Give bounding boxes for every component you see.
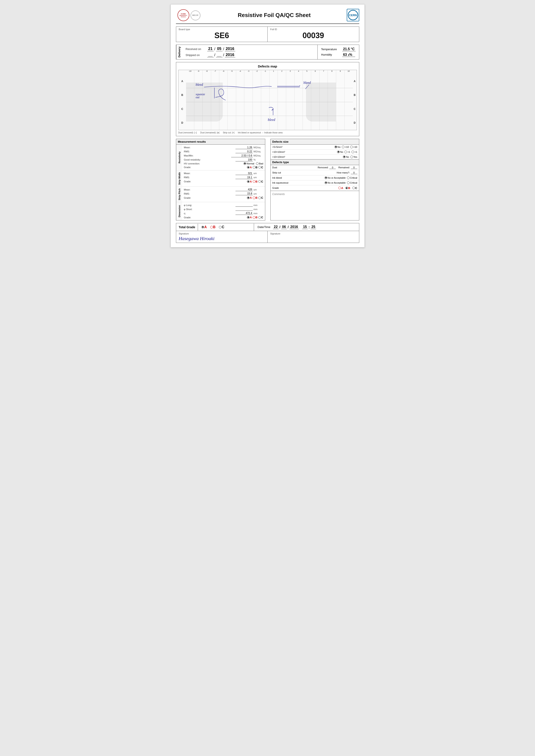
hv-bad-radio[interactable]: Bad xyxy=(256,162,263,165)
ds1-no[interactable]: No xyxy=(334,146,341,148)
page-title: Resistive Foil QA/QC Sheet xyxy=(202,12,347,18)
board-foil-row: Board type SE6 Foil ID 00039 xyxy=(176,27,359,42)
dt-inkbleed-row: Ink bleed No or Acceptable Critical xyxy=(270,176,359,180)
logos-left: KOBE UNIVERSITY Science 東京大学 xyxy=(176,9,202,21)
resistivity-group: Resistivity Mean: 1.26 MΩ/sq. RMS: 0.22 … xyxy=(176,145,265,171)
col-headers: -10 -9 -8 -7 -6 -5 -4 -3 -2 -1 1 2 3 4 5… xyxy=(186,70,353,74)
total-grade-radios: A B C xyxy=(198,224,254,231)
resistivity-label: Resistivity xyxy=(176,145,182,170)
resistivity-rms-row: RMS: 0.22 MΩ/sq. xyxy=(184,150,263,153)
temperature-value: 21.5 °C xyxy=(342,47,355,51)
ds3-no[interactable]: No xyxy=(343,156,349,158)
resistivity-mean-row: Mean: 1.26 MΩ/sq. xyxy=(184,146,263,149)
signature-right: Signature xyxy=(268,231,359,243)
tg-grade-c[interactable]: C xyxy=(219,225,224,229)
dt-grade-row: Grade A B C xyxy=(270,185,359,191)
tg-grade-a[interactable]: A xyxy=(201,225,207,229)
sp-grade-row: Grade: A B C xyxy=(184,196,263,199)
inksqueeze-critical[interactable]: Critical xyxy=(347,181,357,184)
sp-grade-b[interactable]: B xyxy=(253,196,258,199)
inkbleed-noa[interactable]: No or Acceptable xyxy=(324,176,346,179)
dim-grade-c[interactable]: C xyxy=(258,216,263,219)
defects-size-title: Defects size xyxy=(270,139,359,145)
strip-width-label: Strip Width xyxy=(176,171,182,187)
hv-normal-radio[interactable]: Normal xyxy=(243,162,254,165)
strip-pitch-label: Strip Pitch xyxy=(176,187,182,202)
strip-width-group: Strip Width Mean: 321 um RMS: 19.1 um Gr… xyxy=(176,171,265,187)
sp-mean-row: Mean: 426 um xyxy=(184,188,263,191)
sw-grade-c[interactable]: C xyxy=(258,180,263,183)
sp-grade-c[interactable]: C xyxy=(258,196,263,199)
shipped-day: __ xyxy=(207,53,214,57)
delivery-dates: Received on 21 / 05 / 2016 Shipped on __… xyxy=(182,45,318,59)
total-datetime: Date/Time 22 / 06 / 2016 15 : 25 xyxy=(254,223,359,231)
comments-section: Comments xyxy=(270,191,359,221)
resistivity-grade-c[interactable]: C xyxy=(258,166,263,169)
received-year: 2016 xyxy=(225,46,235,51)
delivery-env: Temperature 21.5 °C Humidity 63 ₁% xyxy=(318,45,359,59)
dim-grade-row: Grade: A B C xyxy=(184,216,263,219)
ds2-no[interactable]: No xyxy=(337,150,343,153)
resistivity-grade-b[interactable]: B xyxy=(253,166,258,169)
kobe-logo: KOBE UNIVERSITY Science xyxy=(178,9,189,21)
dt-grade-a[interactable]: A xyxy=(338,186,343,190)
signature-left: Signature Hasegawa Hiroaki xyxy=(176,231,268,243)
sp-rms-row: RMS: 15.8 um xyxy=(184,192,263,195)
dim-grade-b[interactable]: B xyxy=(253,216,258,219)
dt-dust-row: Dust Removed: 0 Remained: 0 xyxy=(270,165,359,170)
dt-grade-c[interactable]: C xyxy=(352,186,357,190)
foil-id-label: Foil ID xyxy=(270,28,356,31)
resistivity-maxmin-row: Max/Min: 2.53 / 0.6 MΩ/sq. xyxy=(184,154,263,157)
dt-grade-b[interactable]: B xyxy=(346,186,350,190)
resistivity-grade-row: Grade: A B C xyxy=(184,166,263,169)
dim-philong-row: φ Long: mm xyxy=(184,203,263,207)
inksqueeze-noa[interactable]: No or Acceptable xyxy=(324,181,346,184)
ds1-gt10[interactable]: >10 xyxy=(350,146,357,148)
total-grade-row: Total Grade A B C Date/Time 22 / 06 / 20… xyxy=(176,223,359,231)
sw-rms-row: RMS: 19.1 um xyxy=(184,176,263,179)
measurement-title: Measurement results xyxy=(176,139,265,145)
delivery-section: Delivery Received on 21 / 05 / 2016 Ship… xyxy=(176,44,359,60)
resistivity-good-row: Good resistivity: 100 % xyxy=(184,158,263,161)
dim-grade-a[interactable]: A xyxy=(247,216,252,219)
ds-row-2: <10×10mm² No <1 >1 xyxy=(270,149,359,154)
bottom-sections: Measurement results Resistivity Mean: 1.… xyxy=(176,139,359,221)
received-row: Received on 21 / 05 / 2016 xyxy=(186,46,314,51)
sw-grade-b[interactable]: B xyxy=(253,180,258,183)
received-day: 21 xyxy=(207,46,214,51)
defects-map-section: Defects map -10 -9 -8 -7 -6 -5 -4 -3 -2 … xyxy=(176,62,359,136)
ds2-lt1[interactable]: <1 xyxy=(344,150,350,153)
defects-legend: Dust (removed): [○] Dust (remained): [●]… xyxy=(178,131,357,134)
total-grade-label: Total Grade xyxy=(176,224,198,230)
defects-type-section: Defects type Dust Removed: 0 Remained: 0… xyxy=(270,159,359,191)
sp-grade-a[interactable]: A xyxy=(247,196,252,199)
ds1-lt10[interactable]: <10 xyxy=(342,146,349,148)
ds-row-1: <5×5mm² No <10 >10 xyxy=(270,145,359,149)
foil-id-value: 00039 xyxy=(270,31,356,40)
sw-grade-a[interactable]: A xyxy=(247,180,252,183)
grid-body: bleed squeeze out xyxy=(186,74,353,130)
resistivity-hv-row: HV connection: Normal Bad xyxy=(184,162,263,165)
sw-mean-row: Mean: 321 um xyxy=(184,172,263,175)
dimension-label: Dimension xyxy=(176,202,182,220)
defects-grid: -10 -9 -8 -7 -6 -5 -4 -3 -2 -1 1 2 3 4 5… xyxy=(178,70,357,130)
dim-phishort-row: φ Short: mm xyxy=(184,207,263,211)
defects-type-title: Defects type xyxy=(270,159,359,165)
board-type-value: SE6 xyxy=(179,31,265,40)
resistivity-grade-a[interactable]: A xyxy=(247,166,252,169)
ds3-yes[interactable]: Yes xyxy=(351,156,357,158)
sw-grade-row: Grade: A B C xyxy=(184,180,263,183)
right-sections: Defects size <5×5mm² No <10 xyxy=(270,139,359,221)
ds2-gt1[interactable]: >1 xyxy=(352,150,357,153)
received-month: 05 xyxy=(216,46,223,51)
header: KOBE UNIVERSITY Science 東京大学 Resistive F… xyxy=(176,9,359,24)
measurement-results: Measurement results Resistivity Mean: 1.… xyxy=(176,139,265,221)
signature-row: Signature Hasegawa Hiroaki Signature xyxy=(176,231,359,243)
signature-left-value: Hasegawa Hiroaki xyxy=(179,236,265,241)
inkbleed-critical[interactable]: Critical xyxy=(347,176,357,179)
strip-pitch-group: Strip Pitch Mean: 426 um RMS: 15.8 um Gr… xyxy=(176,187,265,202)
row-labels-right: A B C D xyxy=(353,74,357,130)
defects-map-title: Defects map xyxy=(178,65,357,68)
tg-grade-b[interactable]: B xyxy=(210,225,216,229)
row-labels-left: A B C D xyxy=(179,74,186,130)
